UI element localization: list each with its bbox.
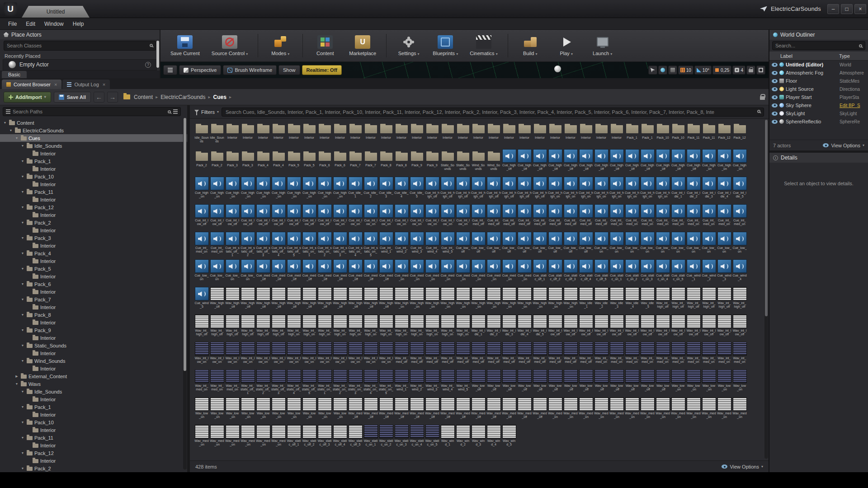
tree-item-pack-5[interactable]: ▼ Pack_5 [0,265,187,272]
asset-sound-cue[interactable]: Cue_int_med_on [194,232,209,257]
viewport-angle-control[interactable]: 10° [694,66,712,75]
asset-sound-wave[interactable]: Wav_low_off [609,370,624,395]
asset-sound-cue[interactable]: Cue_low_on [194,259,209,285]
asset-sound-cue[interactable]: Cue_med_on [502,259,516,285]
tree-item-pack-8[interactable]: ▼ Pack_8 [0,311,187,319]
asset-sound-cue[interactable]: Cue_int_low_on [333,204,347,230]
tree-item-external-content[interactable]: ▶ External_Content [0,372,187,380]
add-import-button[interactable]: Add/Import ▾ [4,92,51,103]
asset-sound-cue[interactable]: Cue_int_med_off [579,204,593,230]
asset-sound-wave[interactable]: Wav_int_med_off [533,342,547,367]
asset-sound-wave[interactable]: Wav_int_low_off [609,314,624,340]
expanded-arrow-icon[interactable]: ▼ [20,313,25,316]
asset-sound-cue[interactable]: Cue_int_low_on [363,204,378,230]
expanded-arrow-icon[interactable]: ▼ [20,190,25,193]
asset-sound-cue[interactable]: Cue_int_low_on [410,204,424,230]
asset-folder[interactable]: Static_Sounds [440,149,455,174]
asset-sound-cue[interactable]: Cue_med_off [256,259,270,285]
asset-folder[interactable]: Pack_11 [702,122,716,147]
tree-item-pack-6[interactable]: ▼ Pack_6 [0,280,187,288]
asset-folder[interactable]: Interior [317,122,332,147]
asset-sound-wave[interactable]: Wav_med_on [225,425,240,450]
asset-sound-wave[interactable]: Wav_int_med_off [517,342,532,367]
asset-sound-cue[interactable]: Cue_med_on [394,259,409,285]
scrollbar-handle[interactable] [184,118,186,371]
tree-item-interior[interactable]: Interior [0,211,187,219]
asset-sound-cue[interactable]: Cue_low_off [533,232,547,257]
asset-sound-cue[interactable]: Cue_int_high_on [625,177,639,202]
asset-folder[interactable]: Pack_3 [225,149,240,174]
asset-sound-wave[interactable]: Wav_int_med_off [425,342,439,367]
asset-sound-cue[interactable]: Cue_high_on [287,177,301,202]
asset-sound-wave[interactable]: Wav_low_on [225,397,240,422]
asset-sound-cue[interactable]: Cue_wind_4 [732,259,747,285]
asset-sound-wave[interactable]: Wav_low_off [533,370,547,395]
asset-sound-wave[interactable]: Wav_static_off_2 [302,425,316,450]
asset-folder[interactable]: Pack_7 [363,149,378,174]
asset-sound-wave[interactable]: Wav_int_high_on [410,314,424,340]
asset-sound-cue[interactable]: Cue_med_off [333,259,347,285]
asset-sound-wave[interactable]: Wav_med_off [425,397,439,422]
asset-sound-cue[interactable]: Cue_int_high_on [563,177,578,202]
asset-sound-cue[interactable]: Cue_med_off [317,259,332,285]
asset-sound-wave[interactable]: Wav_idle_3 [609,287,624,312]
expanded-arrow-icon[interactable]: ▼ [20,267,25,270]
asset-sound-cue[interactable]: Cue_med_off [302,259,316,285]
asset-sound-wave[interactable]: Wav_wind_3 [471,425,486,450]
expanded-arrow-icon[interactable]: ▼ [14,382,19,385]
expanded-arrow-icon[interactable]: ▼ [20,236,25,239]
asset-sound-wave[interactable]: Wav_int_wind_2 [410,370,424,395]
asset-sound-wave[interactable]: Wav_int_wind_5 [456,370,470,395]
tree-item-pack-7[interactable]: ▼ Pack_7 [0,296,187,303]
column-label[interactable]: Label [772,53,839,59]
asset-sound-wave[interactable]: Wav_int_high_off [210,314,224,340]
asset-sound-cue[interactable]: Cue_int_low_off [241,204,255,230]
expanded-arrow-icon[interactable]: ▼ [20,252,25,255]
asset-sound-cue[interactable]: Cue_int_low_off [225,204,240,230]
asset-sound-wave[interactable]: Wav_int_high_on [425,314,439,340]
tree-item-interior[interactable]: Interior [0,180,187,188]
asset-sound-wave[interactable]: Wav_low_on [241,397,255,422]
asset-sound-wave[interactable]: Wav_int_med_on [609,342,624,367]
asset-sound-wave[interactable]: Wav_low_off [563,370,578,395]
asset-sound-wave[interactable]: Wav_int_low_on [210,342,224,367]
asset-sound-wave[interactable]: Wav_int_high_off [686,287,701,312]
asset-sound-wave[interactable]: Wav_int_low_off [625,314,639,340]
viewport-world-control[interactable] [658,66,667,75]
asset-sound-wave[interactable]: Wav_int_med_off [548,342,562,367]
asset-sound-wave[interactable]: Wav_int_low_on [241,342,255,367]
asset-sound-cue[interactable]: Cue_static_on_3 [640,259,655,285]
asset-sound-wave[interactable]: Wav_low_on [671,370,685,395]
tree-item-interior[interactable]: Interior [0,411,187,418]
asset-folder[interactable]: Wind_Sounds [486,149,501,174]
asset-sound-wave[interactable]: Wav_int_static_off_4 [287,370,301,395]
filters-button[interactable]: Filters ▾ [194,109,219,115]
asset-sound-wave[interactable]: Wav_static_off_1 [287,425,301,450]
asset-sound-cue[interactable]: Cue_low_on [671,232,685,257]
asset-sound-wave[interactable]: Wav_int_static_on_4 [363,370,378,395]
asset-sound-wave[interactable]: Wav_int_low_off [671,314,685,340]
asset-folder[interactable]: Pack_8 [394,149,409,174]
asset-sound-wave[interactable]: Wav_high_on [502,287,516,312]
asset-sound-wave[interactable]: Wav_int_med_off [410,342,424,367]
asset-sound-cue[interactable]: Cue_int_static_on_5 [363,232,378,257]
asset-sound-wave[interactable]: Wav_int_high_on [333,314,347,340]
asset-sound-wave[interactable]: Wav_med_off [456,397,470,422]
expanded-arrow-icon[interactable]: ▼ [20,390,25,393]
asset-sound-wave[interactable]: Wav_med_off [410,397,424,422]
asset-sound-cue[interactable]: Cue_high_on [333,177,347,202]
tree-item-content[interactable]: ▼ Content [0,119,187,127]
asset-sound-cue[interactable]: Cue_low_on [717,232,731,257]
asset-sound-cue[interactable]: Cue_int_static_off_3 [256,232,270,257]
asset-folder[interactable]: Pack_1 [640,122,655,147]
asset-sound-wave[interactable]: Wav_med_on [656,397,670,422]
asset-sound-cue[interactable]: Cue_int_idle_3 [702,177,716,202]
asset-sound-cue[interactable]: Cue_idle_4 [394,177,409,202]
close-button[interactable]: × [854,4,866,14]
viewport-scene[interactable] [343,62,648,78]
asset-sound-wave[interactable]: Wav_int_med_off [471,342,486,367]
asset-sound-cue[interactable]: Cue_high_off [548,149,562,174]
outliner-row-player-start[interactable]: Player Start PlayerSta [769,93,868,101]
asset-sound-wave[interactable]: Wav_low_on [686,370,701,395]
toolbar-cinematics-button[interactable]: Cinematics ▾ [464,33,503,58]
